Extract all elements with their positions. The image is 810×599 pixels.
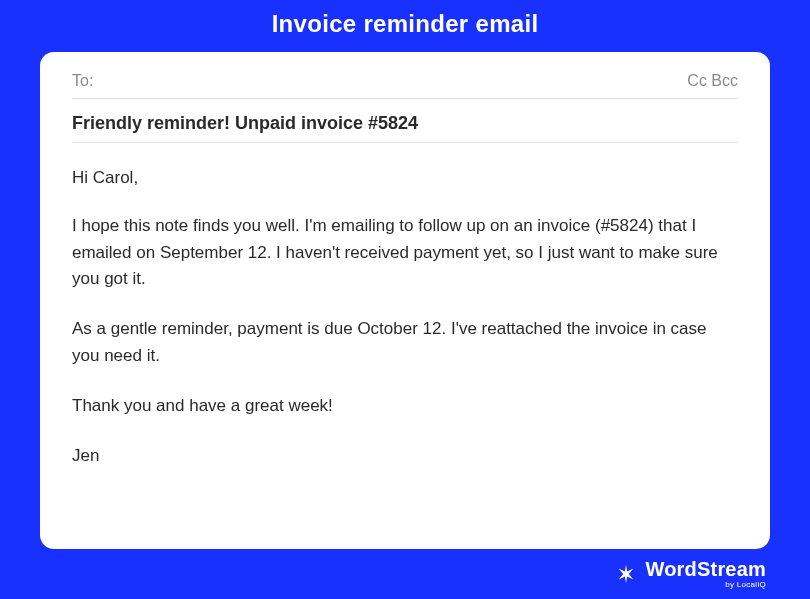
email-signature: Jen bbox=[72, 443, 738, 469]
subject-row: Friendly reminder! Unpaid invoice #5824 bbox=[72, 99, 738, 143]
email-closing: Thank you and have a great week! bbox=[72, 393, 738, 419]
asterisk-icon bbox=[615, 563, 637, 585]
footer: WordStream by LocaliQ bbox=[0, 549, 810, 599]
page-container: Invoice reminder email To: Cc Bcc Friend… bbox=[0, 0, 810, 599]
email-header-row: To: Cc Bcc bbox=[72, 72, 738, 99]
email-paragraph-2: As a gentle reminder, payment is due Oct… bbox=[72, 316, 738, 369]
email-paragraph-1: I hope this note finds you well. I'm ema… bbox=[72, 213, 738, 292]
to-label: To: bbox=[72, 72, 93, 90]
page-title: Invoice reminder email bbox=[0, 0, 810, 52]
cc-bcc-label: Cc Bcc bbox=[687, 72, 738, 90]
email-subject: Friendly reminder! Unpaid invoice #5824 bbox=[72, 113, 738, 134]
brand-subtext: by LocaliQ bbox=[725, 581, 766, 589]
brand-logo: WordStream by LocaliQ bbox=[615, 559, 766, 589]
brand-name: WordStream bbox=[645, 559, 766, 579]
email-body: Hi Carol, I hope this note finds you wel… bbox=[72, 143, 738, 470]
brand-text: WordStream by LocaliQ bbox=[645, 559, 766, 589]
email-greeting: Hi Carol, bbox=[72, 165, 738, 191]
email-card: To: Cc Bcc Friendly reminder! Unpaid inv… bbox=[40, 52, 770, 549]
